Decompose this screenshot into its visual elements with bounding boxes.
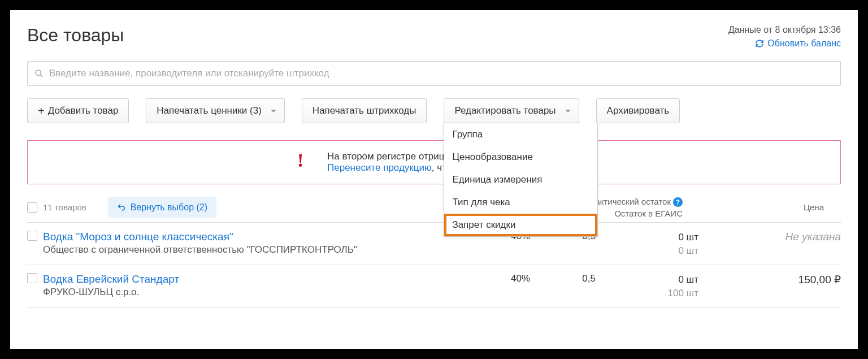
add-product-label: Добавить товар xyxy=(48,105,119,116)
archive-label: Архивировать xyxy=(607,105,670,116)
price-value: 150,00 ₽ xyxy=(798,273,841,286)
archive-button[interactable]: Архивировать xyxy=(596,98,680,123)
producer: ФРУКО-ШУЛЬЦ с.р.о. xyxy=(43,287,179,298)
menu-item-unit[interactable]: Единица измерения xyxy=(444,168,597,191)
alert-link[interactable]: Перенесите продукцию xyxy=(327,162,432,173)
print-barcodes-button[interactable]: Напечатать штрихкоды xyxy=(302,98,427,123)
print-tags-button[interactable]: Напечатать ценники (3) xyxy=(146,98,285,123)
col-stock: Фактический остаток? Остаток в ЕГАИС xyxy=(589,196,683,219)
menu-item-group[interactable]: Группа xyxy=(444,123,597,146)
print-barcodes-label: Напечатать штрихкоды xyxy=(313,105,416,116)
alert-icon: ! xyxy=(297,150,303,171)
undo-icon xyxy=(117,203,126,212)
menu-item-discount-ban[interactable]: Запрет скидки xyxy=(444,214,597,236)
menu-item-pricing[interactable]: Ценообразование xyxy=(444,146,597,168)
svg-point-0 xyxy=(36,70,41,75)
row-checkbox[interactable] xyxy=(27,273,37,283)
edit-products-button[interactable]: Редактировать товары xyxy=(444,98,579,123)
table-row: Водка "Мороз и солнце классическая" Обще… xyxy=(27,223,841,265)
price-value: Не указана xyxy=(785,231,841,243)
svg-line-1 xyxy=(40,75,42,77)
row-checkbox[interactable] xyxy=(27,231,37,241)
add-product-button[interactable]: +Добавить товар xyxy=(27,98,129,123)
select-all-checkbox[interactable] xyxy=(27,202,37,213)
search-field-wrap[interactable] xyxy=(27,61,841,86)
page-title: Все товары xyxy=(27,25,124,46)
stock-value: 0 шт0 шт xyxy=(678,231,698,258)
search-input[interactable] xyxy=(49,68,834,79)
refresh-label: Обновить баланс xyxy=(767,38,841,49)
alert-banner: ! На втором регистре отрицател Перенесит… xyxy=(27,140,841,184)
menu-item-receipt-type[interactable]: Тип для чека xyxy=(444,191,597,214)
product-count: 11 товаров xyxy=(43,202,86,212)
search-icon xyxy=(34,69,44,78)
refresh-icon xyxy=(755,39,764,48)
refresh-balance-link[interactable]: Обновить баланс xyxy=(728,38,841,49)
print-tags-label: Напечатать ценники (3) xyxy=(157,105,262,116)
help-icon[interactable]: ? xyxy=(673,197,683,207)
product-name-link[interactable]: Водка Еврейский Стандарт xyxy=(43,273,179,286)
plus-icon: + xyxy=(38,105,45,118)
volume-value: 0,5 xyxy=(582,273,596,284)
stock-value: 0 шт100 шт xyxy=(667,273,698,300)
col-price: Цена xyxy=(804,202,824,212)
restore-selection-button[interactable]: Вернуть выбор (2) xyxy=(108,197,216,218)
edit-products-label: Редактировать товары xyxy=(454,105,555,116)
restore-selection-label: Вернуть выбор (2) xyxy=(131,202,207,213)
table-row: Водка Еврейский Стандарт ФРУКО-ШУЛЬЦ с.р… xyxy=(27,265,841,308)
product-name-link[interactable]: Водка "Мороз и солнце классическая" xyxy=(43,231,357,243)
edit-products-dropdown: Группа Ценообразование Единица измерения… xyxy=(444,123,598,237)
data-date: Данные от 8 октября 13:36 xyxy=(728,25,841,35)
producer: Общество с ограниченной ответственностью… xyxy=(43,244,357,256)
abv-value: 40% xyxy=(511,273,530,284)
